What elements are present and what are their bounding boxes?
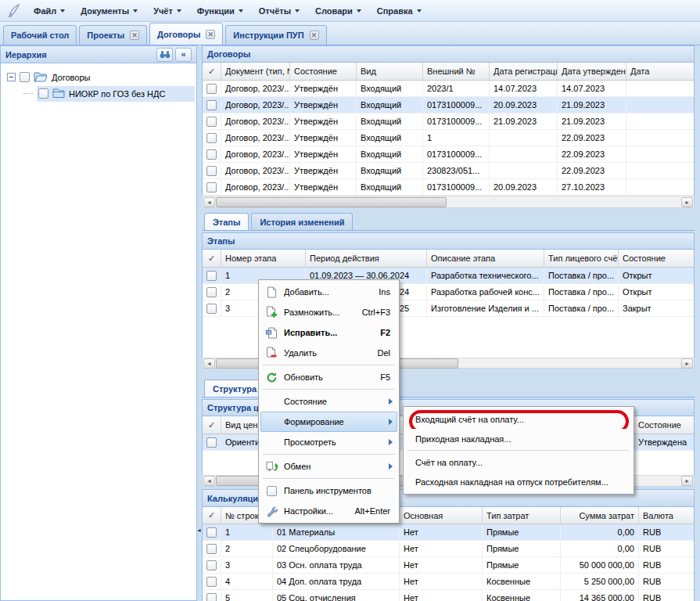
menu-item-state[interactable]: Состояние bbox=[260, 391, 397, 412]
table-row[interactable]: 505 Соц. отчисленияНетКосвенные14 365 00… bbox=[203, 590, 694, 601]
scroll-left-icon[interactable]: ◂ bbox=[203, 197, 215, 207]
menu-item-view[interactable]: Просмотреть bbox=[260, 432, 397, 452]
table-row[interactable]: Договор, 2023/...УтверждёнВходящий122.09… bbox=[203, 130, 694, 146]
menu-help[interactable]: Справка bbox=[369, 2, 429, 20]
row-checkbox[interactable] bbox=[203, 179, 221, 195]
tab-instructions[interactable]: Инструкции ПУП✕ bbox=[225, 25, 326, 45]
scroll-thumb[interactable] bbox=[216, 197, 447, 207]
column-state[interactable]: Состояние bbox=[619, 250, 694, 267]
row-checkbox[interactable] bbox=[203, 541, 221, 556]
tab-stages[interactable]: Этапы bbox=[204, 213, 249, 230]
menu-item-exchange[interactable]: Обмен bbox=[260, 456, 397, 477]
submenu-item-expense-note[interactable]: Расходная накладная на отпуск потребител… bbox=[405, 472, 632, 491]
menu-item-delete[interactable]: Удалить Del bbox=[260, 343, 397, 363]
node-checkbox[interactable] bbox=[38, 88, 48, 99]
menu-file[interactable]: Файл bbox=[26, 2, 73, 20]
scroll-right-icon[interactable]: ▸ bbox=[681, 197, 693, 207]
table-cell: Разработка технического... bbox=[427, 268, 544, 283]
splitter-collapse-icon[interactable]: ◂ bbox=[196, 521, 202, 538]
column-document[interactable]: Документ (тип, № bbox=[221, 63, 290, 80]
scroll-right-icon[interactable]: ▸ bbox=[681, 476, 693, 486]
collapse-expander-icon[interactable] bbox=[7, 73, 16, 81]
column-description[interactable]: Описание этапа bbox=[427, 250, 544, 267]
row-checkbox[interactable] bbox=[203, 284, 221, 300]
row-checkbox[interactable] bbox=[203, 524, 221, 540]
menu-item-generation[interactable]: Формирование bbox=[260, 412, 397, 432]
row-checkbox[interactable] bbox=[203, 130, 221, 146]
row-checkbox[interactable] bbox=[203, 574, 221, 589]
contracts-hscrollbar[interactable]: ◂ ▸ bbox=[202, 196, 695, 208]
menu-dictionaries[interactable]: Словари bbox=[307, 2, 369, 20]
menu-item-add[interactable]: Добавить... Ins bbox=[260, 282, 397, 302]
column-state[interactable]: Состояние bbox=[290, 63, 357, 80]
close-icon[interactable]: ✕ bbox=[206, 30, 215, 39]
submenu-item-label: Приходная накладная... bbox=[415, 434, 511, 444]
row-checkbox[interactable] bbox=[203, 97, 221, 113]
submenu-item-payment-invoice[interactable]: Счёт на оплату... bbox=[405, 452, 632, 472]
row-checkbox[interactable] bbox=[203, 113, 221, 129]
submenu-item-receipt-note[interactable]: Приходная накладная... bbox=[405, 429, 632, 448]
menu-functions[interactable]: Функции bbox=[189, 2, 251, 20]
column-state[interactable]: Состояние bbox=[634, 416, 694, 434]
column-account-type[interactable]: Тип лицевого счёт bbox=[544, 250, 619, 267]
menu-item-toolbar-toggle[interactable]: Панель инструментов bbox=[260, 480, 397, 501]
column-check[interactable]: ✓ bbox=[203, 63, 221, 80]
table-row[interactable]: 404 Доп. оплата трудаНетКосвенные5 250 0… bbox=[203, 574, 694, 590]
tree-node-niokr[interactable]: НИОКР по ГОЗ без НДС bbox=[1, 85, 196, 102]
row-checkbox[interactable] bbox=[203, 268, 221, 283]
tab-contracts[interactable]: Договоры✕ bbox=[149, 23, 223, 45]
row-checkbox[interactable] bbox=[203, 81, 221, 96]
column-main[interactable]: Основная bbox=[400, 507, 483, 524]
close-icon[interactable]: ✕ bbox=[130, 31, 139, 40]
column-check[interactable]: ✓ bbox=[203, 416, 221, 434]
tree-node-contracts[interactable]: Договоры bbox=[1, 69, 196, 85]
column-approve-date[interactable]: Дата утверждения bbox=[558, 63, 626, 80]
column-stage-no[interactable]: Номер этапа bbox=[221, 250, 306, 267]
collapse-panel-icon[interactable]: « bbox=[175, 48, 192, 62]
column-reg-date[interactable]: Дата регистрации bbox=[490, 63, 558, 80]
table-row[interactable]: Договор, 2023/...УтверждёнВходящий230823… bbox=[203, 163, 694, 179]
column-kind[interactable]: Вид bbox=[357, 63, 423, 80]
column-external-no[interactable]: Внешний № bbox=[423, 63, 490, 80]
menu-item-duplicate[interactable]: Размножить... Ctrl+F3 bbox=[260, 302, 397, 322]
column-cost-type[interactable]: Тип затрат bbox=[483, 507, 561, 524]
table-row[interactable]: 202 СпецоборудованиеНетПрямые0,00RUB bbox=[203, 541, 694, 557]
tab-desktop[interactable]: Рабочий стол bbox=[3, 25, 77, 45]
scroll-left-icon[interactable]: ◂ bbox=[203, 358, 215, 369]
row-checkbox[interactable] bbox=[203, 163, 221, 178]
table-row[interactable]: 303 Осн. оплата трудаНетПрямые50 000 000… bbox=[203, 557, 694, 574]
scroll-right-icon[interactable]: ▸ bbox=[681, 358, 693, 369]
table-row[interactable]: Договор, 2023/...УтверждёнВходящий017310… bbox=[203, 97, 694, 113]
table-row[interactable]: Договор, 2023/...УтверждёнВходящий017310… bbox=[203, 113, 694, 130]
table-cell: 0173100009... bbox=[423, 179, 490, 195]
column-date[interactable]: Дата bbox=[626, 63, 694, 80]
menu-item-settings[interactable]: Настройки... Alt+Enter bbox=[260, 501, 397, 521]
row-checkbox[interactable] bbox=[203, 590, 221, 601]
menu-item-refresh[interactable]: Обновить F5 bbox=[260, 367, 397, 387]
close-icon[interactable]: ✕ bbox=[310, 31, 319, 40]
column-currency[interactable]: Валюта bbox=[639, 507, 694, 524]
menu-item-edit[interactable]: Исправить... F2 bbox=[260, 322, 397, 343]
tab-change-history[interactable]: История изменений bbox=[251, 213, 353, 230]
node-checkbox[interactable] bbox=[20, 72, 30, 82]
table-row[interactable]: 101 МатериалыНетПрямые0,00RUB bbox=[203, 524, 694, 541]
table-row[interactable]: Договор, 2023/...УтверждёнВходящий017310… bbox=[203, 179, 694, 196]
table-row[interactable]: Договор, 2023/...УтверждёнВходящий017310… bbox=[203, 146, 694, 163]
menu-documents[interactable]: Документы bbox=[73, 2, 145, 20]
row-checkbox[interactable] bbox=[203, 434, 221, 450]
column-cost-sum[interactable]: Сумма затрат bbox=[561, 507, 639, 524]
row-checkbox[interactable] bbox=[203, 300, 221, 316]
column-period[interactable]: Период действия bbox=[306, 250, 427, 267]
submenu-item-incoming-invoice[interactable]: Входящий счёт на оплату... bbox=[405, 409, 632, 429]
column-check[interactable]: ✓ bbox=[203, 507, 221, 524]
table-cell: 22.09.2023 bbox=[558, 163, 626, 178]
scroll-left-icon[interactable]: ◂ bbox=[203, 476, 215, 486]
search-binoculars-icon[interactable] bbox=[156, 48, 173, 62]
row-checkbox[interactable] bbox=[203, 557, 221, 573]
table-row[interactable]: Договор, 2023/...УтверждёнВходящий2023/1… bbox=[203, 81, 694, 97]
menu-accounting[interactable]: Учёт bbox=[145, 2, 189, 20]
menu-reports[interactable]: Отчёты bbox=[251, 2, 307, 20]
row-checkbox[interactable] bbox=[203, 146, 221, 162]
tab-projects[interactable]: Проекты✕ bbox=[79, 25, 147, 45]
column-check[interactable]: ✓ bbox=[203, 250, 221, 267]
